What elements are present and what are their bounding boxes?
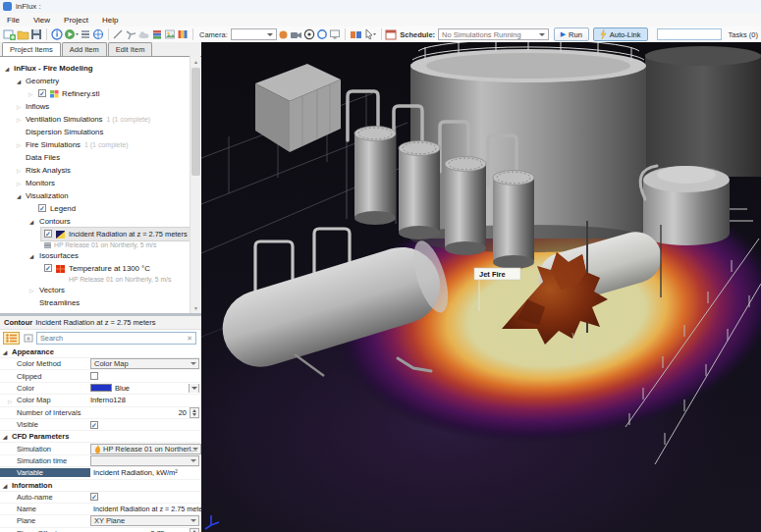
plane-offset-spinner[interactable] xyxy=(190,528,199,532)
prop-row-color: Color Blue xyxy=(0,383,201,395)
prop-row-plane: Plane XY Plane xyxy=(0,515,201,527)
schedule-dropdown[interactable]: No Simulations Running xyxy=(438,28,549,40)
menu-file[interactable]: File xyxy=(0,14,27,27)
section-information[interactable]: ◢Information xyxy=(0,480,201,492)
camera-record-icon[interactable] xyxy=(278,27,289,41)
prop-row-color-map: ▷Color Map Inferno128 xyxy=(0,395,201,406)
tree-item-contours[interactable]: ◢ Contours xyxy=(0,215,201,228)
colormap-icon[interactable] xyxy=(177,27,189,41)
tree-item-legend[interactable]: ✓ Legend xyxy=(0,202,201,215)
schedule-label: Schedule: xyxy=(400,30,435,39)
tree-item-vectors[interactable]: ▷ Vectors xyxy=(0,284,201,296)
line-tool-icon[interactable] xyxy=(112,27,124,41)
clear-search-icon[interactable]: ✕ xyxy=(187,335,192,343)
section-cfd-parameters[interactable]: ◢CFD Parameters xyxy=(0,431,201,443)
lightning-icon xyxy=(600,29,607,39)
prop-row-variable: Variable Incident Radiation, kW/m² xyxy=(0,467,201,479)
video-camera-icon[interactable] xyxy=(290,27,302,41)
simulation-dropdown[interactable]: HP Release 01 on Northerl... xyxy=(90,444,201,454)
prop-row-simulation: Simulation HP Release 01 on Northerl... xyxy=(0,443,201,454)
app-logo-icon xyxy=(3,2,12,11)
isosurface-icon xyxy=(56,265,65,273)
tree-item-incident-radiation[interactable]: ✓ Incident Radiation at z = 2.75 meters xyxy=(41,228,193,240)
legend-checkbox[interactable]: ✓ xyxy=(38,204,46,212)
plane-dropdown[interactable]: XY Plane xyxy=(90,515,199,526)
tree-item-streamlines[interactable]: Streamlines xyxy=(0,296,201,309)
tree-item-data-files[interactable]: Data Files xyxy=(0,151,201,164)
menu-view[interactable]: View xyxy=(27,14,57,27)
run-button[interactable]: ▶Run xyxy=(554,27,589,41)
property-search: ✕ xyxy=(36,332,196,345)
snapshot-icon[interactable] xyxy=(164,27,176,41)
section-appearance[interactable]: ◢Appearance xyxy=(0,346,201,358)
tree-item-dispersion-simulations[interactable]: Dispersion Simulations xyxy=(0,126,201,138)
prop-row-clipped: Clipped xyxy=(0,370,201,382)
tab-edit-item[interactable]: Edit Item xyxy=(108,42,153,56)
tree-item-risk-analysis[interactable]: ▷ Risk Analysis xyxy=(0,164,201,177)
color-map-value[interactable]: Inferno128 xyxy=(90,396,126,404)
simulation-mini-icon xyxy=(44,242,51,248)
globe-target-icon[interactable] xyxy=(92,27,104,41)
tree-item-monitors[interactable]: ▷ Monitors xyxy=(0,177,201,189)
display-icon[interactable] xyxy=(329,27,341,41)
simulation-time-dropdown[interactable] xyxy=(90,455,199,466)
tree-item-visualization[interactable]: ◢ Visualization xyxy=(0,189,201,202)
refinery-checkbox[interactable]: ✓ xyxy=(38,89,46,97)
property-search-input[interactable] xyxy=(40,334,192,343)
tree-item-inflows[interactable]: ▷ Inflows xyxy=(0,100,201,113)
tree-item-geometry[interactable]: ◢ Geometry xyxy=(0,75,201,87)
menu-help[interactable]: Help xyxy=(95,14,125,27)
scene-canvas: Jet Fire xyxy=(201,42,761,532)
tree-item-isosurfaces[interactable]: ◢ Isosurfaces xyxy=(0,249,201,262)
title-bar: inFlux : xyxy=(0,0,761,13)
tree-item-refinery-stl[interactable]: ▷ ✓ Refinery.stl xyxy=(0,87,201,100)
cloud-icon[interactable] xyxy=(137,27,150,41)
auto-link-button[interactable]: Auto-Link xyxy=(593,27,648,41)
incident-radiation-checkbox[interactable]: ✓ xyxy=(44,230,52,238)
scrollbar-thumb[interactable] xyxy=(191,68,200,176)
tree-item-fire-simulations[interactable]: ▷ Fire Simulations 1 (1 complete) xyxy=(0,138,201,151)
viewport-3d[interactable]: Jet Fire xyxy=(201,42,761,532)
intervals-value[interactable]: 20 xyxy=(179,408,187,417)
auto-name-checkbox[interactable]: ✓ xyxy=(90,493,98,501)
save-icon[interactable] xyxy=(30,27,42,41)
visible-checkbox[interactable]: ✓ xyxy=(90,421,98,429)
temperature-checkbox[interactable]: ✓ xyxy=(44,264,52,272)
tree-item-ventilation-simulations[interactable]: ▷ Ventilation Simulations 1 (1 complete) xyxy=(0,113,201,126)
color-method-dropdown[interactable]: Color Map xyxy=(90,358,199,369)
categorized-view-button[interactable] xyxy=(3,332,20,345)
orbit-icon[interactable] xyxy=(316,27,328,41)
schedule-icon xyxy=(385,27,397,41)
progress-bar xyxy=(657,28,722,40)
camera-dropdown[interactable] xyxy=(231,28,277,40)
tab-project-items[interactable]: Project Items xyxy=(2,42,61,56)
new-project-icon[interactable] xyxy=(3,27,16,41)
info-icon[interactable] xyxy=(51,27,63,41)
tab-add-item[interactable]: Add Item xyxy=(62,42,107,56)
tree-item-root[interactable]: ◢ inFlux - Fire Modeling xyxy=(0,62,201,75)
color-dropdown-button[interactable] xyxy=(189,384,199,393)
tree-item-temperature[interactable]: ✓ Temperature at 1300 °C xyxy=(0,262,201,275)
play-icon: ▶ xyxy=(561,30,566,38)
variable-value[interactable]: Incident Radiation, kW/m² xyxy=(93,468,178,477)
intervals-spinner[interactable] xyxy=(190,407,199,418)
measure-icon[interactable] xyxy=(350,27,362,41)
grid-stack-icon[interactable] xyxy=(80,27,91,41)
run-simulation-icon[interactable] xyxy=(64,27,79,41)
wind-icon[interactable] xyxy=(125,27,136,41)
influx-window: inFlux : File View Project Help Camera: xyxy=(0,0,761,532)
menu-project[interactable]: Project xyxy=(57,14,95,27)
layers-icon[interactable] xyxy=(151,27,163,41)
project-tree: ◢ inFlux - Fire Modeling ◢ Geometry ▷ ✓ … xyxy=(0,56,201,313)
flame-icon xyxy=(94,445,101,453)
clipped-checkbox[interactable] xyxy=(90,372,98,380)
properties-header: Contour Incident Radiation at z = 2.75 m… xyxy=(0,316,201,330)
open-project-icon[interactable] xyxy=(17,27,29,41)
properties-panel: Contour Incident Radiation at z = 2.75 m… xyxy=(0,313,201,532)
alphabetical-view-button[interactable] xyxy=(22,332,34,345)
shutter-icon[interactable] xyxy=(303,27,315,41)
tree-scrollbar[interactable]: ▲ ▼ xyxy=(190,56,200,313)
select-cursor-icon[interactable] xyxy=(363,27,377,41)
main-toolbar: Camera: Schedule: No Simulations Running… xyxy=(0,27,761,43)
property-grid: ◢Appearance Color Method Color Map Clipp… xyxy=(0,346,201,532)
